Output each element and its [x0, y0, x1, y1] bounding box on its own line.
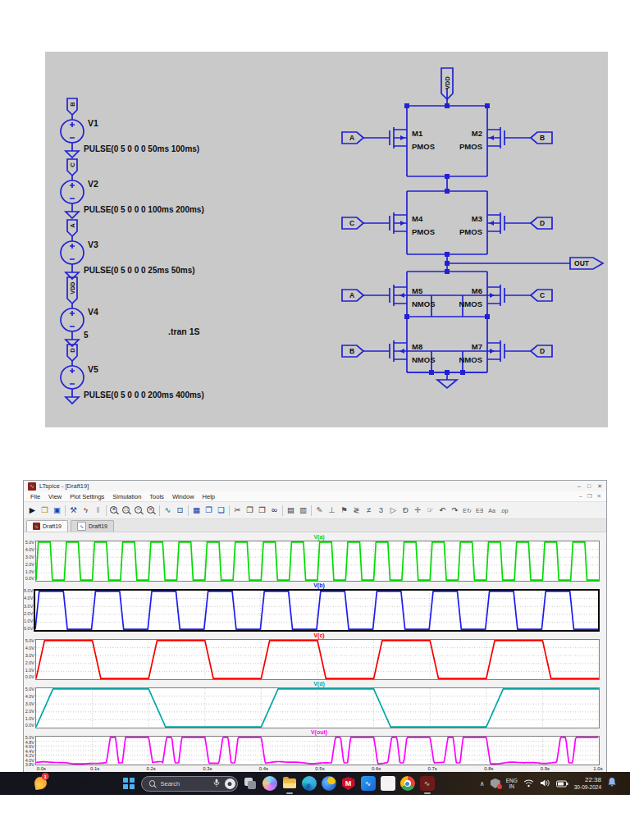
menu-plot-settings[interactable]: Plot Settings [66, 493, 108, 500]
minimize-icon[interactable]: – [578, 483, 581, 490]
waveform-pane-V(d)[interactable] [35, 687, 600, 728]
halt-icon[interactable]: ϟ [80, 504, 92, 517]
mdi-restore-icon[interactable]: ❐ [587, 493, 592, 500]
print-setup-icon[interactable]: ▥ [297, 504, 309, 517]
waveform-viewer[interactable]: V(a)5.0V4.0V3.0V2.0V1.0V0.0VV(b)5.0V4.0V… [24, 532, 606, 774]
text-icon[interactable]: Aa [486, 504, 498, 517]
y-axis-V(out)[interactable]: 5.0V4.8V4.6V4.4V4.2V4.0V3.8V [24, 736, 35, 765]
y-tick-label: 0.0V [25, 577, 34, 582]
print-icon[interactable]: ▤ [285, 504, 297, 517]
y-axis-V(c)[interactable]: 5.0V4.0V3.0V2.0V1.0V0.0V [24, 639, 35, 680]
start-button[interactable] [123, 778, 135, 789]
trace-label-V(out)[interactable]: V(out) [24, 728, 600, 736]
menu-tools[interactable]: Tools [145, 493, 168, 500]
x-tick-label: 0.3s [203, 766, 212, 771]
component-icon[interactable]: Ð [399, 504, 412, 517]
tile-vertically-icon[interactable]: ▦ [190, 504, 203, 517]
zoom-extents-icon[interactable]: ✕ [145, 504, 158, 517]
net-label-icon[interactable]: ⚑ [338, 504, 350, 517]
resistor-icon[interactable]: ≷ [350, 504, 363, 517]
waveform-pane-V(b)[interactable] [34, 589, 600, 632]
language-indicator[interactable]: ENGIN [506, 778, 518, 790]
paste-icon[interactable]: ❒ [256, 504, 268, 517]
wifi-icon[interactable] [523, 776, 534, 791]
grid-lines [36, 640, 599, 679]
autorange-icon[interactable]: ∿ [162, 504, 174, 517]
y-axis-V(b)[interactable]: 5.0V4.0V3.0V2.0V1.0V0.0V [24, 589, 34, 632]
zoom-area-icon[interactable]: □ [121, 504, 133, 517]
zoom-in-icon[interactable]: + [108, 504, 121, 517]
task-view-button[interactable] [243, 776, 258, 791]
search-avatar-icon[interactable]: ☻ [225, 778, 235, 789]
draw-wire-icon[interactable]: ✎ [313, 504, 326, 517]
mdi-minimize-icon[interactable]: – [579, 493, 582, 500]
tab-waveform-draft19[interactable]: ∿ Draft19 [26, 520, 68, 532]
drag-icon[interactable]: ☞ [424, 504, 436, 517]
ltspice-taskbar-icon[interactable]: ∿ [420, 776, 435, 791]
tile-horizontally-icon[interactable]: ❐ [203, 504, 215, 517]
rotate-icon[interactable]: E↻ [461, 504, 473, 517]
toolbar: ▶❒▣⚒ϟ‖+□−✕∿⊡▦❐❏✂❐❒∞▤▥✎⊥⚑≷≠3▷Ð✛☞↶↷E↻E∃Aa.… [24, 502, 606, 519]
tray-expand-icon[interactable]: ∧ [480, 780, 485, 788]
undo-icon[interactable]: ↶ [436, 504, 449, 517]
notification-bell-icon[interactable] [607, 776, 617, 791]
tab-schematic-draft19[interactable]: ∿ Draft19 [71, 520, 114, 532]
open-icon[interactable]: ❒ [39, 504, 51, 517]
file-explorer-icon[interactable] [282, 776, 297, 791]
volume-icon[interactable] [540, 776, 550, 791]
trace-label-V(d)[interactable]: V(d) [24, 680, 600, 687]
browser-flame-icon[interactable]: 1 [34, 776, 48, 790]
chrome-icon[interactable] [400, 776, 415, 791]
m4-label: M4 [412, 214, 423, 223]
spice-directive-icon[interactable]: .op [498, 504, 510, 517]
mdi-close-icon[interactable]: ✕ [597, 493, 601, 500]
mirror-icon[interactable]: E∃ [473, 504, 486, 517]
edge-browser-icon[interactable] [302, 776, 317, 791]
cascade-windows-icon[interactable]: ❏ [215, 504, 227, 517]
microsoft-app-icon[interactable] [381, 776, 395, 791]
y-axis-V(a)[interactable]: 5.0V4.0V3.0V2.0V1.0V0.0V [24, 541, 35, 582]
pan-view-icon[interactable]: ⊡ [174, 504, 186, 517]
trace-label-V(c)[interactable]: V(c) [24, 632, 600, 639]
blue-sphere-app-icon[interactable] [322, 776, 336, 791]
m7-label: M7 [472, 342, 482, 351]
y-tick-label: 4.0V [24, 596, 33, 601]
taskbar-search[interactable]: Search ☻ [141, 776, 238, 792]
pause-icon[interactable]: ‖ [92, 504, 104, 517]
microphone-icon[interactable] [212, 776, 221, 791]
menu-help[interactable]: Help [199, 493, 219, 500]
trace-label-V(b)[interactable]: V(b) [24, 582, 600, 589]
clock[interactable]: 22:3830-09-2024 [574, 776, 601, 790]
menu-simulation[interactable]: Simulation [108, 493, 145, 500]
ground-icon[interactable]: ⊥ [326, 504, 338, 517]
security-tray-icon[interactable] [491, 778, 500, 788]
maximize-icon[interactable]: □ [587, 483, 591, 490]
cut-icon[interactable]: ✂ [231, 504, 244, 517]
zoom-out-icon[interactable]: − [133, 504, 145, 517]
find-icon[interactable]: ∞ [268, 504, 281, 517]
mcafee-icon[interactable]: M [341, 776, 356, 791]
move-icon[interactable]: ✛ [412, 504, 424, 517]
waveform-pane-V(c)[interactable] [35, 639, 600, 680]
y-axis-V(d)[interactable]: 5.0V4.0V3.0V2.0V1.0V0.0V [24, 687, 35, 728]
inductor-icon[interactable]: 3 [375, 504, 387, 517]
close-icon[interactable]: ✕ [597, 483, 602, 490]
diode-icon[interactable]: ▷ [387, 504, 399, 517]
waveform-pane-V(out)[interactable] [35, 736, 600, 765]
control-panel-icon[interactable]: ⚒ [67, 504, 80, 517]
title-bar[interactable]: ∿ LTspice - [Draft19] – □ ✕ [24, 481, 606, 491]
trace-label-V(a)[interactable]: V(a) [24, 533, 600, 541]
save-icon[interactable]: ▣ [51, 504, 63, 517]
media-app-icon[interactable]: ∿ [361, 776, 376, 791]
copy-icon[interactable]: ❐ [244, 504, 256, 517]
menu-file[interactable]: File [26, 493, 44, 500]
menu-window[interactable]: Window [168, 493, 199, 500]
battery-icon[interactable] [556, 776, 568, 791]
waveform-pane-V(a)[interactable] [35, 541, 600, 582]
run-icon[interactable]: ▶ [26, 504, 39, 517]
capacitor-icon[interactable]: ≠ [363, 504, 375, 517]
redo-icon[interactable]: ↷ [449, 504, 461, 517]
m7-type: NMOS [459, 355, 483, 364]
menu-view[interactable]: View [44, 493, 66, 500]
copilot-icon[interactable] [262, 776, 277, 791]
